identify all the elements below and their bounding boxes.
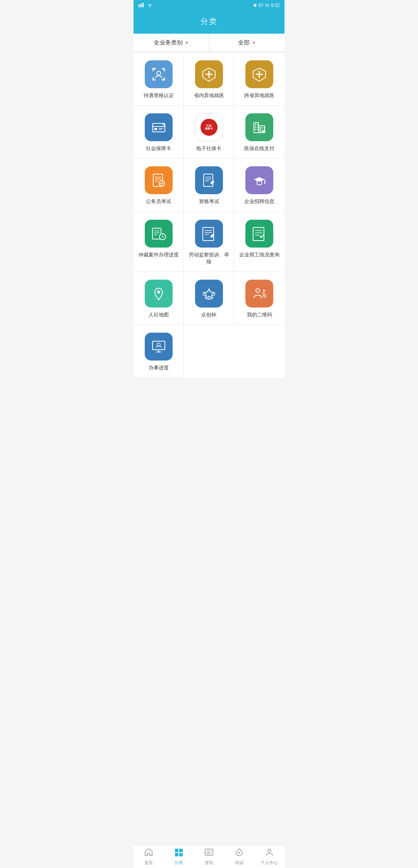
grid-item-labor-complaint[interactable]: 劳动监察投诉、举报 (184, 212, 234, 272)
qualification-auth-label: 待遇资格认证 (144, 92, 174, 99)
svg-rect-34 (264, 130, 265, 131)
status-bar: ✱ 97 % 9:52 (134, 0, 284, 11)
bluetooth-icon: ✱ (253, 3, 257, 8)
scope-filter-label: 全部 (238, 39, 250, 46)
qrcode-person-icon (251, 285, 268, 302)
battery-level: 97 (259, 3, 264, 8)
grid-item-cross-province-medical[interactable]: 跨省异地就医 (234, 53, 284, 106)
medical-online-payment-icon-box (245, 113, 273, 141)
svg-point-62 (157, 290, 160, 294)
page-header: 分类 (134, 11, 284, 34)
civil-service-exam-icon-box (145, 166, 173, 194)
my-qrcode-label: 我的二维码 (247, 311, 272, 318)
svg-rect-1 (140, 3, 142, 7)
svg-rect-2 (142, 3, 144, 7)
social-map-icon-box (145, 280, 173, 308)
sim-icon (138, 3, 144, 8)
grid-item-qualification-auth[interactable]: 待遇资格认证 (134, 53, 184, 106)
list-clock-icon (150, 225, 167, 242)
intra-province-medical-label: 省内异地就医 (194, 92, 224, 99)
medical-cross-icon-1 (200, 66, 218, 83)
arbitration-progress-label: 仲裁案件办理进度 (139, 251, 179, 258)
main-content: 全业务类别 ▼ 全部 ▼ (134, 34, 284, 401)
svg-rect-11 (164, 77, 165, 80)
svg-point-69 (157, 343, 160, 346)
star-cup-icon (200, 285, 218, 302)
civil-service-exam-label: 公务员考试 (146, 198, 171, 205)
cross-province-medical-icon-box (245, 60, 273, 88)
grid-item-medical-online-payment[interactable]: 医保在线支付 (234, 106, 284, 159)
svg-point-64 (264, 295, 266, 297)
category-filter-label: 全业务类别 (154, 39, 183, 46)
category-filter[interactable]: 全业务类别 ▼ (134, 34, 209, 52)
grid-item-affair-progress[interactable]: 办事进度 (134, 325, 184, 378)
grid-item-enterprise-employment[interactable]: 企业用工情况查询 (234, 212, 284, 272)
time-display: 9:52 (271, 3, 280, 8)
exam-edit-icon (200, 172, 218, 189)
card-icon (150, 119, 167, 136)
qualification-auth-icon-box (145, 60, 173, 88)
map-pin-icon (150, 285, 167, 302)
grid-item-social-map[interactable]: 人社地图 (134, 272, 184, 325)
enterprise-employment-label: 企业用工情况查询 (239, 251, 279, 258)
enterprise-recruit-icon-box (245, 166, 273, 194)
enterprise-recruit-label: 企业招聘信息 (244, 198, 274, 205)
building-icon (251, 119, 268, 136)
grid-item-arbitration-progress[interactable]: 仲裁案件办理进度 (134, 212, 184, 272)
e-social-security-card-label: 电子社保卡 (196, 145, 221, 152)
svg-rect-35 (262, 131, 264, 133)
svg-rect-25 (255, 124, 256, 125)
svg-rect-17 (152, 123, 165, 132)
category-filter-arrow: ▼ (185, 41, 189, 45)
e-social-security-card-icon-box: 社会保障卡 (195, 113, 223, 141)
grid-item-innovation-cup[interactable]: 众创杯 (184, 272, 234, 325)
svg-rect-32 (264, 127, 265, 128)
graduation-icon (251, 172, 268, 189)
affair-progress-label: 办事进度 (149, 364, 169, 371)
list-edit-icon (200, 225, 218, 242)
monitor-person-icon (150, 338, 167, 355)
qualification-exam-label: 资格考试 (199, 198, 219, 205)
svg-point-3 (149, 6, 150, 7)
svg-rect-41 (204, 174, 213, 186)
face-scan-icon (150, 66, 167, 83)
scope-filter[interactable]: 全部 ▼ (209, 34, 285, 52)
form-check-icon (251, 225, 268, 242)
svg-rect-0 (139, 4, 140, 7)
page-title: 分类 (200, 17, 218, 26)
grid-item-social-security-card[interactable]: 社会保障卡 (134, 106, 184, 159)
svg-rect-5 (152, 68, 154, 71)
innovation-cup-label: 众创杯 (201, 311, 216, 318)
grid-item-civil-service-exam[interactable]: 公务员考试 (134, 159, 184, 212)
medical-cross-icon-2 (251, 66, 268, 83)
qualification-exam-icon-box (195, 166, 223, 194)
grid-item-my-qrcode[interactable]: 我的二维码 (234, 272, 284, 325)
social-security-card-icon-box (145, 113, 173, 141)
cross-province-medical-label: 跨省异地就医 (244, 92, 274, 99)
status-right: ✱ 97 % 9:52 (253, 3, 280, 8)
grid-item-enterprise-recruit[interactable]: 企业招聘信息 (234, 159, 284, 212)
grid-item-e-social-security-card[interactable]: 社会保障卡 电子社保卡 (184, 106, 234, 159)
enterprise-employment-icon-box (245, 220, 273, 248)
svg-rect-7 (164, 68, 165, 71)
intra-province-medical-icon-box (195, 60, 223, 88)
medical-online-payment-label: 医保在线支付 (244, 145, 274, 152)
my-qrcode-icon-box (245, 280, 273, 308)
innovation-cup-icon-box (195, 280, 223, 308)
svg-rect-65 (152, 341, 165, 350)
svg-rect-28 (257, 126, 259, 128)
svg-rect-54 (203, 227, 214, 241)
wifi-icon (147, 3, 153, 8)
svg-rect-58 (253, 227, 264, 241)
svg-point-46 (264, 182, 266, 184)
grid-item-intra-province-medical[interactable]: 省内异地就医 (184, 53, 234, 106)
svg-rect-27 (255, 126, 256, 128)
svg-rect-9 (152, 77, 154, 80)
labor-complaint-label: 劳动监察投诉、举报 (188, 251, 230, 265)
grid-item-qualification-exam[interactable]: 资格考试 (184, 159, 234, 212)
svg-point-63 (256, 289, 260, 292)
services-grid: 待遇资格认证 省内异地就医 跨省异地就医 (134, 52, 284, 378)
svg-rect-29 (255, 129, 256, 130)
svg-rect-30 (257, 129, 259, 130)
exam-icon (150, 172, 167, 189)
